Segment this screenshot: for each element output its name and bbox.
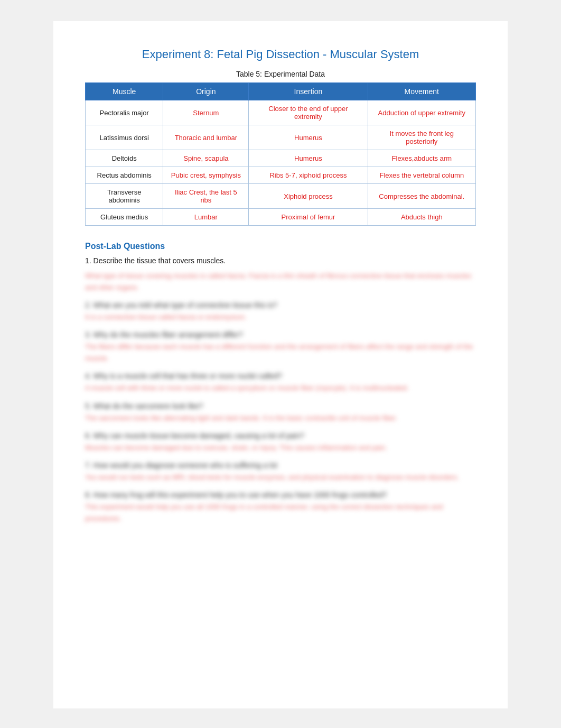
page-title: Experiment 8: Fetal Pig Dissection - Mus… xyxy=(85,48,476,61)
cell-movement-5: Abducts thigh xyxy=(368,209,475,226)
blurred-answer-5: The sarcomere looks like alternating lig… xyxy=(85,412,476,424)
cell-insertion-5: Proximal of femur xyxy=(249,209,368,226)
blurred-answers-block: What type of tissue covering muscles is … xyxy=(85,270,476,524)
cell-origin-5: Lumbar xyxy=(163,209,249,226)
cell-insertion-4: Xiphoid process xyxy=(249,184,368,209)
cell-muscle-2: Deltoids xyxy=(86,150,163,167)
cell-movement-1: It moves the front leg posteriorly xyxy=(368,125,475,150)
blurred-answer-3: The fibers differ because each muscle ha… xyxy=(85,341,476,364)
blurred-q5: 5. What do the sarcomere look like? xyxy=(85,402,476,410)
blurred-answer-8: This experiment would help you use all 1… xyxy=(85,501,476,524)
cell-movement-0: Adduction of upper extremity xyxy=(368,100,475,125)
blurred-answer-4: A muscle cell with three or more nuclei … xyxy=(85,382,476,394)
blurred-q3: 3. Why do the muscles fiber arrangement … xyxy=(85,330,476,339)
cell-muscle-4: Transverse abdominis xyxy=(86,184,163,209)
table-caption: Table 5: Experimental Data xyxy=(85,70,476,78)
cell-movement-2: Flexes,abducts arm xyxy=(368,150,475,167)
page-container: Experiment 8: Fetal Pig Dissection - Mus… xyxy=(53,21,508,708)
table-row: Transverse abdominisIliac Crest, the las… xyxy=(86,184,476,209)
cell-origin-3: Pubic crest, symphysis xyxy=(163,167,249,184)
cell-muscle-3: Rectus abdominis xyxy=(86,167,163,184)
blurred-q2: 2. What are you told what type of connec… xyxy=(85,301,476,309)
blurred-answer-7: You would run tests such as MRI, blood t… xyxy=(85,472,476,483)
cell-origin-2: Spine, scapula xyxy=(163,150,249,167)
cell-muscle-5: Gluteus medius xyxy=(86,209,163,226)
question-1: 1. Describe the tissue that covers muscl… xyxy=(85,256,476,265)
table-row: DeltoidsSpine, scapulaHumerusFlexes,abdu… xyxy=(86,150,476,167)
table-row: Latissimus dorsiThoracic and lumbarHumer… xyxy=(86,125,476,150)
cell-muscle-0: Pectoralis major xyxy=(86,100,163,125)
cell-insertion-3: Ribs 5-7, xiphoid process xyxy=(249,167,368,184)
cell-insertion-2: Humerus xyxy=(249,150,368,167)
table-row: Gluteus mediusLumbarProximal of femurAbd… xyxy=(86,209,476,226)
blurred-answer-6: Muscles can become damaged due to overus… xyxy=(85,442,476,454)
cell-origin-4: Iliac Crest, the last 5 ribs xyxy=(163,184,249,209)
experimental-data-table: Muscle Origin Insertion Movement Pectora… xyxy=(85,82,476,226)
table-row: Rectus abdominisPubic crest, symphysisRi… xyxy=(86,167,476,184)
col-header-muscle: Muscle xyxy=(86,83,163,100)
col-header-insertion: Insertion xyxy=(249,83,368,100)
blurred-q8: 8. How many frog will this experiment he… xyxy=(85,491,476,499)
cell-movement-3: Flexes the vertebral column xyxy=(368,167,475,184)
table-row: Pectoralis majorSternumCloser to the end… xyxy=(86,100,476,125)
cell-insertion-1: Humerus xyxy=(249,125,368,150)
cell-origin-0: Sternum xyxy=(163,100,249,125)
blurred-q4: 4. Why is a muscle cell that has three o… xyxy=(85,372,476,380)
col-header-origin: Origin xyxy=(163,83,249,100)
blurred-answer-2: It is a connective tissue called fascia … xyxy=(85,311,476,323)
col-header-movement: Movement xyxy=(368,83,475,100)
blurred-q6: 6. Why can muscle tissue become damaged,… xyxy=(85,431,476,440)
cell-origin-1: Thoracic and lumbar xyxy=(163,125,249,150)
blurred-answer-1: What type of tissue covering muscles is … xyxy=(85,270,476,293)
blurred-q7: 7. How would you diagnose someone who is… xyxy=(85,461,476,469)
cell-insertion-0: Closer to the end of upper extremity xyxy=(249,100,368,125)
postlab-section-title: Post-Lab Questions xyxy=(85,242,476,251)
cell-muscle-1: Latissimus dorsi xyxy=(86,125,163,150)
cell-movement-4: Compresses the abdominal. xyxy=(368,184,475,209)
